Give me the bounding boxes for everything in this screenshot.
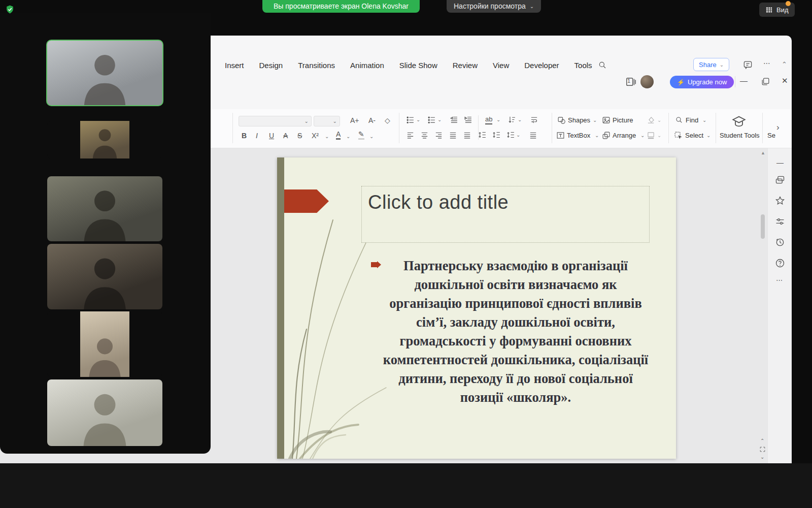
slide-canvas[interactable]: Click to add title Партнерську взаємодію… [277, 157, 676, 459]
align-center-icon[interactable] [420, 131, 429, 139]
previous-slide-icon[interactable]: ⌃ [760, 438, 764, 443]
help-icon[interactable] [775, 258, 785, 268]
tab-design[interactable]: Design [252, 57, 291, 74]
chevron-down-icon[interactable]: ⌄ [325, 134, 329, 139]
chevron-down-icon[interactable]: ⌄ [706, 133, 710, 138]
history-clock-icon[interactable] [775, 237, 785, 247]
search-icon[interactable] [598, 60, 607, 70]
more-options-icon[interactable]: ⋯ [763, 59, 770, 67]
sort-text-icon[interactable] [507, 115, 516, 124]
find-icon[interactable] [675, 116, 683, 124]
comment-icon[interactable] [743, 60, 753, 70]
chevron-down-icon[interactable]: ⌄ [595, 133, 599, 138]
chevron-down-icon[interactable]: ⌄ [640, 133, 645, 138]
arrange-button[interactable]: Arrange [613, 132, 636, 139]
bold-button[interactable]: B [242, 132, 247, 140]
slide-title-placeholder[interactable]: Click to add title [361, 186, 650, 243]
chevron-down-icon[interactable]: ⌄ [369, 134, 374, 139]
underline-button[interactable]: U [269, 132, 274, 140]
align-right-icon[interactable] [434, 131, 443, 139]
upgrade-now-button[interactable]: ⚡ Upgrade now [670, 76, 734, 88]
decrease-font-button[interactable]: A- [368, 116, 376, 124]
chevron-down-icon[interactable]: ⌄ [437, 117, 442, 122]
distributed-icon[interactable] [463, 131, 471, 139]
shapes-button[interactable]: Shapes [568, 116, 590, 124]
settings-sliders-icon[interactable] [775, 216, 785, 227]
picture-icon[interactable] [602, 116, 611, 124]
slide-body-text[interactable]: Партнерську взаємодію в організації дошк… [379, 257, 653, 407]
shapes-icon[interactable] [557, 116, 566, 124]
view-settings-dropdown[interactable]: Настройки просмотра ⌄ [447, 0, 541, 13]
textbox-icon[interactable] [556, 131, 565, 140]
clear-format-icon[interactable]: ◇ [385, 116, 390, 124]
account-avatar[interactable] [640, 75, 654, 88]
tab-transitions[interactable]: Transitions [290, 57, 343, 74]
font-name-combobox[interactable]: ⌄ [239, 116, 312, 126]
numbered-list-icon[interactable] [427, 115, 436, 124]
minimize-button[interactable]: — [740, 76, 748, 85]
highlight-color-icon[interactable]: ✎ [358, 131, 364, 140]
shadow-button[interactable]: S [297, 132, 302, 140]
align-left-icon[interactable] [406, 131, 415, 139]
vertical-scrollbar-thumb[interactable] [761, 214, 765, 239]
collapse-ribbon-icon[interactable]: ⌃ [782, 60, 787, 68]
line-options-icon[interactable] [506, 131, 515, 139]
increase-font-button[interactable]: A+ [350, 116, 359, 124]
chevron-down-icon[interactable]: ⌄ [593, 117, 597, 123]
scroll-up-icon[interactable]: ▲ [761, 150, 765, 155]
paragraph-spacing-icon[interactable] [492, 131, 501, 139]
textbox-button[interactable]: TextBox [567, 132, 590, 139]
participant-video-tile-1-active-speaker[interactable] [47, 41, 162, 105]
chevron-down-icon[interactable]: ⌄ [702, 117, 706, 123]
chevron-down-icon[interactable]: ⌄ [496, 117, 500, 122]
tab-animation[interactable]: Animation [343, 57, 392, 74]
clipped-group-label[interactable]: Se [767, 132, 775, 139]
text-direction-icon[interactable]: ab [485, 115, 492, 124]
chevron-down-icon[interactable]: ⌄ [346, 134, 350, 139]
participant-video-tile-2[interactable] [47, 121, 162, 158]
favorites-star-icon[interactable] [775, 196, 785, 206]
shape-outline-icon[interactable] [647, 131, 655, 140]
tab-developer[interactable]: Developer [517, 57, 566, 74]
chevron-down-icon[interactable]: ⌄ [657, 117, 661, 123]
ribbon-scroll-right-button[interactable]: › [776, 122, 780, 133]
student-tools-button[interactable]: Student Tools [720, 132, 760, 139]
chevron-down-icon[interactable]: ⌄ [416, 117, 420, 122]
select-button[interactable]: Select [685, 132, 703, 139]
restore-window-button[interactable] [761, 77, 770, 86]
student-tools-icon[interactable] [732, 114, 746, 129]
select-icon[interactable] [674, 131, 683, 140]
find-button[interactable]: Find [686, 116, 698, 124]
tab-slide-show[interactable]: Slide Show [392, 57, 445, 74]
strikethrough-button[interactable]: A [283, 132, 288, 140]
picture-button[interactable]: Picture [613, 116, 633, 124]
next-slide-icon[interactable]: ⌄ [760, 454, 764, 460]
tab-review[interactable]: Review [445, 57, 485, 74]
slide-navigator-icon[interactable] [759, 446, 766, 453]
close-window-button[interactable]: ✕ [782, 76, 788, 85]
font-color-button[interactable]: A [336, 131, 341, 140]
line-spacing-icon[interactable] [478, 131, 487, 139]
superscript-button[interactable]: X² [312, 132, 319, 140]
tab-view[interactable]: View [485, 57, 517, 74]
slide-layout-icon[interactable] [775, 175, 785, 185]
participant-video-tile-5[interactable] [47, 311, 162, 377]
share-button[interactable]: Share ⌄ [693, 58, 729, 71]
participant-video-tile-3[interactable] [47, 176, 162, 241]
fill-color-icon[interactable] [647, 116, 655, 124]
text-wrap-icon[interactable] [530, 115, 538, 124]
participant-video-tile-4[interactable] [47, 244, 162, 309]
font-size-combobox[interactable]: ⌄ [314, 116, 340, 126]
collapse-panel-icon[interactable]: — [776, 158, 784, 167]
tab-tools[interactable]: Tools [567, 57, 600, 74]
chevron-down-icon[interactable]: ⌄ [657, 133, 661, 138]
text-fit-icon[interactable] [529, 131, 537, 139]
chevron-down-icon[interactable]: ⌄ [518, 117, 522, 122]
security-shield-icon[interactable] [5, 5, 15, 14]
participant-video-tile-6[interactable] [47, 379, 162, 446]
justify-icon[interactable] [449, 131, 457, 139]
italic-button[interactable]: I [256, 132, 258, 140]
tab-insert[interactable]: Insert [217, 57, 252, 74]
chevron-down-icon[interactable]: ⌄ [516, 132, 520, 138]
decrease-indent-icon[interactable] [450, 115, 458, 124]
